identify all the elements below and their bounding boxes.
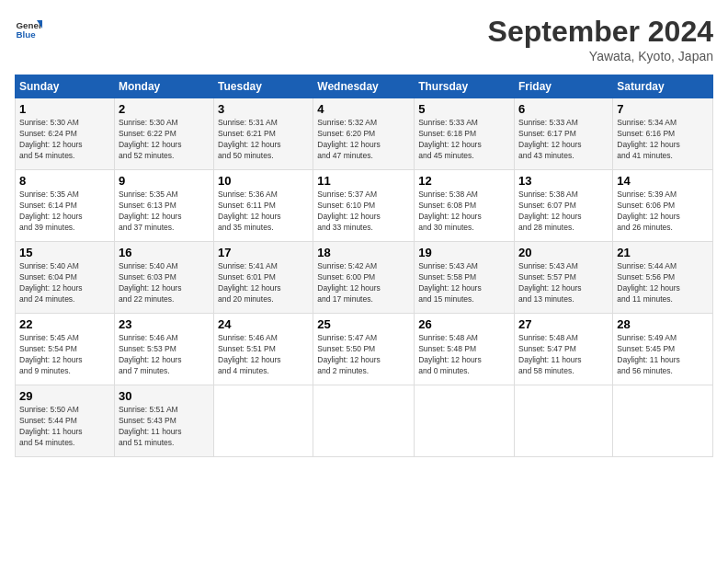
empty-cell-1 — [214, 385, 313, 457]
day-cell-12: 12 Sunrise: 5:38 AMSunset: 6:08 PMDaylig… — [415, 170, 515, 242]
day-cell-20: 20 Sunrise: 5:43 AMSunset: 5:57 PMDaylig… — [515, 242, 613, 314]
day-cell-29: 29 Sunrise: 5:50 AMSunset: 5:44 PMDaylig… — [16, 385, 115, 457]
location: Yawata, Kyoto, Japan — [488, 49, 713, 63]
day-cell-25: 25 Sunrise: 5:47 AMSunset: 5:50 PMDaylig… — [313, 314, 415, 385]
day-cell-9: 9 Sunrise: 5:35 AMSunset: 6:13 PMDayligh… — [114, 170, 213, 242]
day-cell-11: 11 Sunrise: 5:37 AMSunset: 6:10 PMDaylig… — [313, 170, 415, 242]
logo-icon: General Blue — [15, 15, 42, 42]
day-cell-7: 7 Sunrise: 5:34 AMSunset: 6:16 PMDayligh… — [613, 98, 713, 170]
header-wednesday: Wednesday — [313, 75, 415, 98]
header-monday: Monday — [114, 75, 213, 98]
week-row-1: 1 Sunrise: 5:30 AMSunset: 6:24 PMDayligh… — [16, 98, 713, 170]
header-thursday: Thursday — [415, 75, 515, 98]
day-cell-15: 15 Sunrise: 5:40 AMSunset: 6:04 PMDaylig… — [16, 242, 115, 314]
day-cell-8: 8 Sunrise: 5:35 AMSunset: 6:14 PMDayligh… — [16, 170, 115, 242]
day-cell-3: 3 Sunrise: 5:31 AMSunset: 6:21 PMDayligh… — [214, 98, 313, 170]
header-sunday: Sunday — [16, 75, 115, 98]
title-block: September 2024 Yawata, Kyoto, Japan — [488, 15, 713, 63]
day-cell-10: 10 Sunrise: 5:36 AMSunset: 6:11 PMDaylig… — [214, 170, 313, 242]
day-cell-6: 6 Sunrise: 5:33 AMSunset: 6:17 PMDayligh… — [515, 98, 613, 170]
day-cell-16: 16 Sunrise: 5:40 AMSunset: 6:03 PMDaylig… — [114, 242, 213, 314]
week-row-2: 8 Sunrise: 5:35 AMSunset: 6:14 PMDayligh… — [16, 170, 713, 242]
empty-cell-5 — [613, 385, 713, 457]
day-cell-26: 26 Sunrise: 5:48 AMSunset: 5:48 PMDaylig… — [415, 314, 515, 385]
day-cell-21: 21 Sunrise: 5:44 AMSunset: 5:56 PMDaylig… — [613, 242, 713, 314]
svg-text:Blue: Blue — [17, 29, 37, 40]
day-cell-22: 22 Sunrise: 5:45 AMSunset: 5:54 PMDaylig… — [16, 314, 115, 385]
day-cell-27: 27 Sunrise: 5:48 AMSunset: 5:47 PMDaylig… — [515, 314, 613, 385]
empty-cell-2 — [313, 385, 415, 457]
header-friday: Friday — [515, 75, 613, 98]
weekday-header-row: Sunday Monday Tuesday Wednesday Thursday… — [16, 75, 713, 98]
day-cell-5: 5 Sunrise: 5:33 AMSunset: 6:18 PMDayligh… — [415, 98, 515, 170]
day-cell-4: 4 Sunrise: 5:32 AMSunset: 6:20 PMDayligh… — [313, 98, 415, 170]
day-cell-28: 28 Sunrise: 5:49 AMSunset: 5:45 PMDaylig… — [613, 314, 713, 385]
week-row-3: 15 Sunrise: 5:40 AMSunset: 6:04 PMDaylig… — [16, 242, 713, 314]
empty-cell-3 — [415, 385, 515, 457]
week-row-5: 29 Sunrise: 5:50 AMSunset: 5:44 PMDaylig… — [16, 385, 713, 457]
day-cell-2: 2 Sunrise: 5:30 AMSunset: 6:22 PMDayligh… — [114, 98, 213, 170]
calendar-table: Sunday Monday Tuesday Wednesday Thursday… — [15, 75, 713, 457]
day-cell-30: 30 Sunrise: 5:51 AMSunset: 5:43 PMDaylig… — [114, 385, 213, 457]
day-cell-13: 13 Sunrise: 5:38 AMSunset: 6:07 PMDaylig… — [515, 170, 613, 242]
week-row-4: 22 Sunrise: 5:45 AMSunset: 5:54 PMDaylig… — [16, 314, 713, 385]
day-cell-19: 19 Sunrise: 5:43 AMSunset: 5:58 PMDaylig… — [415, 242, 515, 314]
header: General Blue September 2024 Yawata, Kyot… — [15, 15, 713, 63]
day-cell-23: 23 Sunrise: 5:46 AMSunset: 5:53 PMDaylig… — [114, 314, 213, 385]
day-cell-1: 1 Sunrise: 5:30 AMSunset: 6:24 PMDayligh… — [16, 98, 115, 170]
day-cell-18: 18 Sunrise: 5:42 AMSunset: 6:00 PMDaylig… — [313, 242, 415, 314]
empty-cell-4 — [515, 385, 613, 457]
month-title: September 2024 — [488, 15, 713, 49]
day-cell-14: 14 Sunrise: 5:39 AMSunset: 6:06 PMDaylig… — [613, 170, 713, 242]
header-tuesday: Tuesday — [214, 75, 313, 98]
header-saturday: Saturday — [613, 75, 713, 98]
calendar-container: General Blue September 2024 Yawata, Kyot… — [0, 0, 728, 466]
day-cell-17: 17 Sunrise: 5:41 AMSunset: 6:01 PMDaylig… — [214, 242, 313, 314]
logo: General Blue — [15, 15, 42, 42]
day-cell-24: 24 Sunrise: 5:46 AMSunset: 5:51 PMDaylig… — [214, 314, 313, 385]
